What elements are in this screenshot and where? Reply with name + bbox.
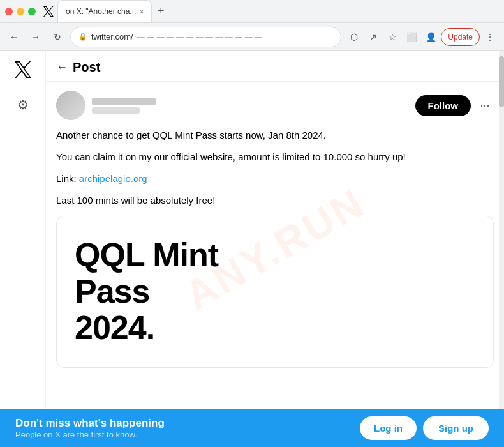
avatar xyxy=(56,91,85,120)
link-anchor[interactable]: archipelagio.org xyxy=(79,173,147,184)
back-btn[interactable]: ← xyxy=(5,28,23,46)
address-extra: — — — — — — — — — — — — — xyxy=(137,33,262,42)
card-line1: QQL Mint xyxy=(75,236,218,273)
tweet-text-3: Last 100 mints will be absolutely free! xyxy=(56,193,494,208)
menu-btn[interactable]: ⋮ xyxy=(481,28,499,46)
banner-text-block: Don't miss what's happening People on X … xyxy=(15,417,165,439)
update-button[interactable]: Update xyxy=(441,28,480,46)
tweet-image-card: QQL Mint Pass 2024. xyxy=(56,216,494,368)
new-tab-btn[interactable]: + xyxy=(152,3,170,20)
tweet-text-1: Another chance to get QQL Mint Pass star… xyxy=(56,128,494,143)
scrollbar-thumb[interactable] xyxy=(499,56,504,107)
scrollbar[interactable] xyxy=(499,51,504,447)
forward-btn[interactable]: → xyxy=(27,28,45,46)
more-options-btn[interactable]: ··· xyxy=(476,96,494,114)
maximize-window-btn[interactable] xyxy=(28,8,36,15)
display-name xyxy=(92,98,156,105)
close-window-btn[interactable] xyxy=(5,8,13,15)
post-title: Post xyxy=(73,60,100,75)
tweet-link-line: Link: archipelagio.org xyxy=(56,171,494,186)
tab-x-logo xyxy=(42,5,55,18)
bottom-banner: Don't miss what's happening People on X … xyxy=(0,409,504,447)
tab-bar: on X: "Another cha... × + xyxy=(42,0,499,22)
link-prefix: Link: xyxy=(56,173,79,184)
nav-actions: ⬡ ↗ ☆ ⬜ 👤 Update ⋮ xyxy=(345,28,499,46)
tweet-area: Follow ··· Another chance to get QQL Min… xyxy=(46,82,504,377)
banner-sub: People on X are the first to know. xyxy=(15,430,165,439)
card-title: QQL Mint Pass 2024. xyxy=(75,237,475,347)
banner-actions: Log in Sign up xyxy=(360,416,489,440)
x-logo xyxy=(15,61,31,82)
profile-btn[interactable]: 👤 xyxy=(422,28,440,46)
tab-label: on X: "Another cha... xyxy=(66,7,136,16)
page-content: ⚙ ANY.RUN ← Post xyxy=(0,51,504,447)
nav-bar: ← → ↻ 🔒 twitter.com/ — — — — — — — — — —… xyxy=(0,23,504,51)
minimize-window-btn[interactable] xyxy=(17,8,24,15)
user-handle xyxy=(92,107,140,114)
tab-close-btn[interactable]: × xyxy=(140,8,144,15)
tweet-text-2: You can claim it on my our official webs… xyxy=(56,149,494,165)
tweet-user-row: Follow ··· xyxy=(56,91,494,120)
address-text: twitter.com/ xyxy=(91,32,133,42)
signup-button[interactable]: Sign up xyxy=(423,416,489,440)
share-btn[interactable]: ↗ xyxy=(364,28,382,46)
card-line2: Pass xyxy=(75,273,149,310)
tab-switch-btn[interactable]: ⬜ xyxy=(403,28,420,46)
sidebar: ⚙ xyxy=(0,51,46,447)
post-header: ← Post xyxy=(46,51,504,82)
reload-btn[interactable]: ↻ xyxy=(48,28,66,46)
card-line3: 2024. xyxy=(75,309,154,346)
settings-icon[interactable]: ⚙ xyxy=(17,97,29,112)
cast-btn[interactable]: ⬡ xyxy=(345,28,363,46)
address-bar[interactable]: 🔒 twitter.com/ — — — — — — — — — — — — — xyxy=(70,27,341,47)
window-controls xyxy=(5,8,36,15)
banner-headline: Don't miss what's happening xyxy=(15,417,165,430)
follow-button[interactable]: Follow xyxy=(415,95,471,116)
main-content: ANY.RUN ← Post xyxy=(46,51,504,447)
back-arrow[interactable]: ← xyxy=(56,61,68,74)
user-actions: Follow ··· xyxy=(415,95,494,116)
username-block xyxy=(92,98,156,114)
browser-window: on X: "Another cha... × + ← → ↻ 🔒 twitte… xyxy=(0,0,504,447)
login-button[interactable]: Log in xyxy=(360,416,417,440)
lock-icon: 🔒 xyxy=(78,33,87,41)
title-bar: on X: "Another cha... × + xyxy=(0,0,504,23)
user-info xyxy=(56,91,156,120)
active-tab[interactable]: on X: "Another cha... × xyxy=(57,0,152,22)
bookmark-btn[interactable]: ☆ xyxy=(383,28,401,46)
